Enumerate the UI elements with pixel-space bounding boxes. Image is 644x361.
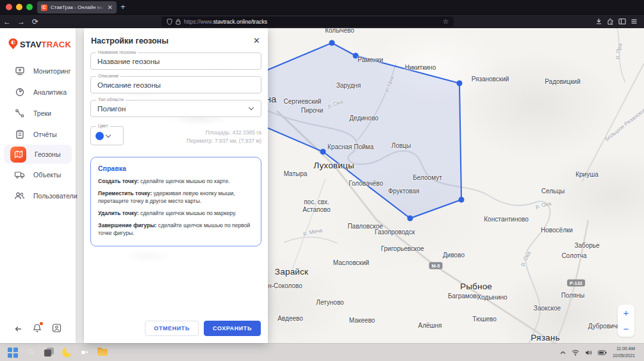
sidebar-item-reports[interactable]: Отчёты [0,124,76,145]
reload-button[interactable]: ⟳ [28,17,42,26]
zoom-out-button[interactable]: − [618,321,634,337]
clipboard-icon [14,129,25,140]
sidebar-menu: Мониторинг Аналитика Треки Отчёты Геозон… [0,60,76,206]
help-item: Завершение фигуры: сделайте щелчок мышью… [98,222,254,237]
url-host: stavtrack.online/tracks [213,19,267,25]
stavtrack-pin-icon [8,38,18,50]
file-explorer-icon[interactable] [97,347,108,358]
map-label: Сергиевский [284,98,322,105]
truck-icon [14,169,25,180]
extensions-icon[interactable] [607,18,614,25]
help-title: Справка [98,164,254,172]
task-view-icon[interactable] [44,347,54,358]
profile-icon[interactable] [52,323,62,335]
map-label: Белоомут [413,174,442,181]
window-close-button[interactable] [6,4,12,10]
panel-title: Настройки геозоны [91,36,169,45]
map-label: Поляны [561,292,585,299]
map-label: Летуново [316,299,343,306]
sidebar-item-tracks[interactable]: Треки [0,102,76,124]
map-label: Авдеево [277,315,303,322]
volume-icon[interactable] [585,349,592,356]
sidebar-toggle-icon[interactable] [618,18,626,25]
browser-nav-bar: ← → ⟳ https://www.stavtrack.online/track… [0,14,644,28]
browser-tab-bar: C СтавТрак - Онлайн мониторин ✕ + [0,0,644,14]
map-label: Головачёво [349,180,383,187]
map-label: Ходынино [477,294,507,301]
clock-time: 11:00 AM [613,346,635,352]
map-zoom-control: + − [618,305,634,337]
crescent-app-icon[interactable] [62,347,72,358]
map-label: Григорьевское [381,245,424,252]
logo-text-track: TRACK [42,40,72,49]
sidebar-item-label: Пользователи [33,192,78,200]
bookmark-star-icon[interactable]: ☆ [443,18,449,25]
area-type-select[interactable]: Тип области Полигон [90,100,261,117]
help-box: Справка Создать точку: сделайте щелчок м… [90,157,261,246]
forward-button[interactable]: → [14,17,28,26]
back-button[interactable]: ← [0,17,14,26]
tab-close-icon[interactable]: ✕ [108,4,113,11]
map-label: Заборье [574,242,599,249]
map-label: р. Цна [383,75,395,92]
map-label: Масловский [333,259,369,266]
sidebar-item-analytics[interactable]: Аналитика [0,81,76,102]
taskbar-search-icon[interactable] [26,347,37,358]
browser-tab[interactable]: C СтавТрак - Онлайн мониторин ✕ [37,1,117,13]
save-button[interactable]: СОХРАНИТЬ [204,321,261,336]
window-zoom-button[interactable] [26,4,33,10]
notifications-bell-icon[interactable] [33,323,42,335]
color-select[interactable]: Цвет [90,126,124,145]
sidebar-item-geozones[interactable]: Геозоны [4,145,72,164]
geozone-name-value: Название геозоны [91,58,261,65]
sidebar-item-monitoring[interactable]: Мониторинг [0,60,76,81]
panel-close-icon[interactable]: ✕ [253,37,260,45]
edge-browser-icon[interactable] [115,347,126,358]
collapse-sidebar-icon[interactable] [14,324,23,335]
start-button-icon[interactable] [8,347,19,358]
downloads-icon[interactable] [595,18,602,25]
map-label: Фруктовая [388,188,420,195]
geozone-settings-panel: Настройки геозоны ✕ Название геозоны Наз… [84,28,268,343]
map-label: Красная Пойма [327,143,374,150]
tracking-shield-icon[interactable] [167,19,172,25]
url-text[interactable]: https://www.stavtrack.online/tracks [184,19,440,25]
map-label: р. Ока [327,98,344,109]
cancel-button[interactable]: ОТМЕНИТЬ [145,321,199,336]
help-item: Создать точку: сделайте щелчок мышью по … [98,178,254,185]
route-icon [14,108,25,118]
map-label: р. Ока [535,200,552,210]
lock-icon[interactable] [176,19,181,25]
map-label: Радовицкий [545,78,580,85]
geozone-map-icon [10,147,26,163]
geozone-description-input[interactable]: Описание Описание геозоны [90,76,261,93]
battery-icon[interactable] [598,350,607,355]
map-label: р. Ока [519,250,532,268]
map-label: р. Пра [614,43,623,60]
map-label: Зарайск [275,267,308,277]
sidebar-item-objects[interactable]: Объекты [0,164,76,185]
url-scheme: https://www. [184,19,213,25]
geozone-name-label: Название геозоны [96,50,138,54]
window-minimize-button[interactable] [16,4,22,10]
help-item: Удалить точку: сделайте щелчок мышью по … [98,210,254,217]
taskbar-clock[interactable]: 11:00 AM 10/05/2021 [613,346,635,358]
url-bar[interactable]: https://www.stavtrack.online/tracks ☆ [161,17,454,27]
tab-title: СтавТрак - Онлайн мониторин [51,4,104,10]
zoom-in-button[interactable]: + [618,305,634,321]
video-chat-app-icon[interactable] [79,347,90,358]
map-label: Дубровичи [588,323,621,330]
menu-hamburger-icon[interactable] [631,18,638,25]
geozone-name-input[interactable]: Название геозоны Название геозоны [90,52,261,70]
tray-chevron-up-icon[interactable] [560,351,566,355]
notification-dot [40,322,43,325]
map-label: Макеево [349,317,375,324]
sidebar-item-users[interactable]: Пользователи [0,185,76,206]
map-label: Пирочи [301,107,323,114]
wifi-icon[interactable] [572,349,579,356]
new-tab-button[interactable]: + [120,2,126,12]
sidebar-item-label: Мониторинг [33,67,70,75]
map-label: Ловцы [392,142,411,149]
map-label: Газопроводск [375,229,415,236]
map-label: Колычево [325,28,354,34]
